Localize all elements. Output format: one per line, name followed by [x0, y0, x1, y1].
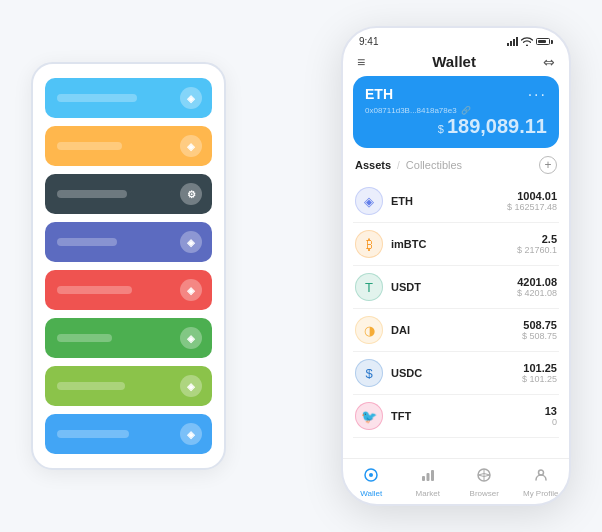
- asset-icon-usdc: $: [355, 359, 383, 387]
- asset-name-usdc: USDC: [391, 367, 522, 379]
- nav-icon-market: [420, 467, 436, 487]
- card-label-1: [57, 142, 122, 150]
- nav-label-browser: Browser: [470, 489, 499, 498]
- card-stack-item-5[interactable]: ◈: [45, 318, 212, 358]
- status-bar: 9:41: [343, 28, 569, 51]
- status-icons: [507, 37, 553, 46]
- card-label-5: [57, 334, 112, 342]
- time: 9:41: [359, 36, 378, 47]
- asset-main-amount: 4201.08: [517, 276, 557, 288]
- asset-list: ◈ETH1004.01$ 162517.48₿imBTC2.5$ 21760.1…: [343, 180, 569, 458]
- card-label-0: [57, 94, 137, 102]
- asset-usd-amount: $ 4201.08: [517, 288, 557, 298]
- page-title: Wallet: [432, 53, 476, 70]
- nav-item-browser[interactable]: Browser: [456, 467, 513, 498]
- phone-header: ≡ Wallet ⇔: [343, 51, 569, 76]
- card-stack-item-7[interactable]: ◈: [45, 414, 212, 454]
- table-row[interactable]: TUSDT4201.08$ 4201.08: [353, 266, 559, 309]
- asset-amounts-imbtc: 2.5$ 21760.1: [517, 233, 557, 255]
- table-row[interactable]: ◑DAI508.75$ 508.75: [353, 309, 559, 352]
- asset-usd-amount: 0: [545, 417, 557, 427]
- card-label-2: [57, 190, 127, 198]
- assets-tabs: Assets / Collectibles: [355, 159, 462, 171]
- asset-main-amount: 13: [545, 405, 557, 417]
- nav-icon-browser: [476, 467, 492, 487]
- asset-icon-5: ◈: [180, 279, 202, 301]
- asset-icon-6: ◈: [180, 327, 202, 349]
- table-row[interactable]: ◈ETH1004.01$ 162517.48: [353, 180, 559, 223]
- nav-item-my-profile[interactable]: My Profile: [513, 467, 570, 498]
- asset-icon-usdt: T: [355, 273, 383, 301]
- asset-name-dai: DAI: [391, 324, 522, 336]
- asset-usd-amount: $ 21760.1: [517, 245, 557, 255]
- signal-bars-icon: [507, 37, 518, 46]
- asset-usd-amount: $ 101.25: [522, 374, 557, 384]
- asset-amounts-usdt: 4201.08$ 4201.08: [517, 276, 557, 298]
- asset-main-amount: 2.5: [517, 233, 557, 245]
- card-stack-item-4[interactable]: ◈: [45, 270, 212, 310]
- eth-card-top: ETH ···: [365, 86, 547, 104]
- asset-icon-tft: 🐦: [355, 402, 383, 430]
- eth-card-address: 0x08711d3B...8418a78e3 🔗: [365, 106, 547, 115]
- asset-usd-amount: $ 162517.48: [507, 202, 557, 212]
- card-stack-item-3[interactable]: ◈: [45, 222, 212, 262]
- asset-icon-2: ◈: [180, 135, 202, 157]
- wifi-icon: [521, 37, 533, 46]
- asset-name-imbtc: imBTC: [391, 238, 517, 250]
- bottom-nav: WalletMarketBrowserMy Profile: [343, 458, 569, 504]
- nav-icon-my-profile: [533, 467, 549, 487]
- nav-label-my-profile: My Profile: [523, 489, 559, 498]
- asset-icon-imbtc: ₿: [355, 230, 383, 258]
- nav-icon-wallet: [363, 467, 379, 487]
- asset-main-amount: 101.25: [522, 362, 557, 374]
- eth-balance-amount: $ 189,089.11: [438, 123, 547, 135]
- eth-card[interactable]: ETH ··· 0x08711d3B...8418a78e3 🔗 $ 189,0…: [353, 76, 559, 148]
- expand-icon[interactable]: ⇔: [543, 54, 555, 70]
- asset-icon-eth: ◈: [355, 187, 383, 215]
- asset-amounts-usdc: 101.25$ 101.25: [522, 362, 557, 384]
- asset-amounts-eth: 1004.01$ 162517.48: [507, 190, 557, 212]
- asset-main-amount: 1004.01: [507, 190, 557, 202]
- scene: ◈◈⚙◈◈◈◈◈ 9:41: [11, 11, 591, 521]
- eth-card-more-icon[interactable]: ···: [528, 86, 547, 104]
- asset-name-usdt: USDT: [391, 281, 517, 293]
- battery-icon: [536, 38, 553, 45]
- eth-card-balance-label: $ 189,089.11: [365, 115, 547, 138]
- svg-rect-4: [431, 470, 434, 481]
- card-stack-item-6[interactable]: ◈: [45, 366, 212, 406]
- asset-icon-dai: ◑: [355, 316, 383, 344]
- asset-icon-8: ◈: [180, 423, 202, 445]
- asset-usd-amount: $ 508.75: [522, 331, 557, 341]
- table-row[interactable]: $USDC101.25$ 101.25: [353, 352, 559, 395]
- nav-label-market: Market: [416, 489, 440, 498]
- svg-point-1: [369, 473, 373, 477]
- card-stack-item-2[interactable]: ⚙: [45, 174, 212, 214]
- card-label-6: [57, 382, 125, 390]
- asset-icon-1: ◈: [180, 87, 202, 109]
- asset-main-amount: 508.75: [522, 319, 557, 331]
- nav-item-market[interactable]: Market: [400, 467, 457, 498]
- nav-item-wallet[interactable]: Wallet: [343, 467, 400, 498]
- asset-name-eth: ETH: [391, 195, 507, 207]
- card-stack: ◈◈⚙◈◈◈◈◈: [31, 62, 226, 470]
- tab-divider: /: [397, 160, 400, 171]
- card-label-3: [57, 238, 117, 246]
- table-row[interactable]: ₿imBTC2.5$ 21760.1: [353, 223, 559, 266]
- nav-label-wallet: Wallet: [360, 489, 382, 498]
- card-label-7: [57, 430, 129, 438]
- tab-assets[interactable]: Assets: [355, 159, 391, 171]
- add-asset-icon[interactable]: +: [539, 156, 557, 174]
- asset-icon-7: ◈: [180, 375, 202, 397]
- phone: 9:41: [341, 26, 571, 506]
- card-stack-item-0[interactable]: ◈: [45, 78, 212, 118]
- asset-amounts-tft: 130: [545, 405, 557, 427]
- menu-icon[interactable]: ≡: [357, 54, 365, 70]
- asset-amounts-dai: 508.75$ 508.75: [522, 319, 557, 341]
- svg-rect-3: [426, 473, 429, 481]
- card-stack-item-1[interactable]: ◈: [45, 126, 212, 166]
- asset-icon-3: ⚙: [180, 183, 202, 205]
- card-label-4: [57, 286, 132, 294]
- svg-rect-2: [422, 476, 425, 481]
- tab-collectibles[interactable]: Collectibles: [406, 159, 462, 171]
- table-row[interactable]: 🐦TFT130: [353, 395, 559, 438]
